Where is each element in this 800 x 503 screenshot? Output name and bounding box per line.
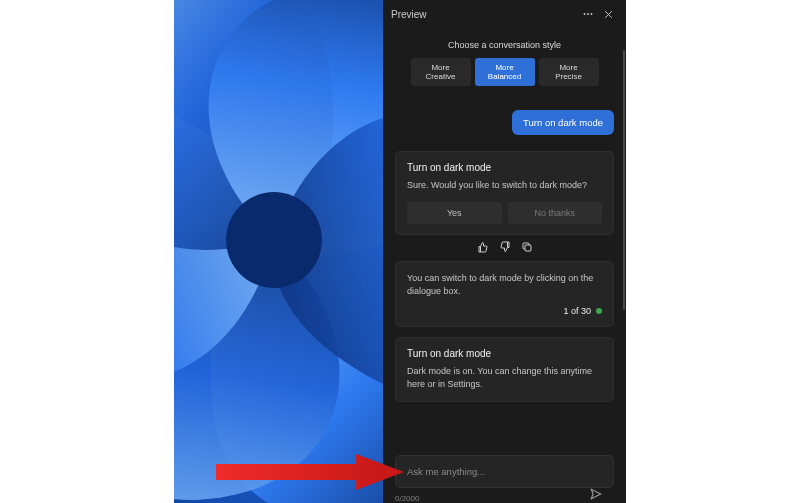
- assistant-card-result: Turn on dark mode Dark mode is on. You c…: [395, 337, 614, 402]
- style-option-creative[interactable]: More Creative: [411, 58, 471, 86]
- card-body: Dark mode is on. You can change this any…: [407, 365, 602, 391]
- assistant-card-confirm: Turn on dark mode Sure. Would you like t…: [395, 151, 614, 235]
- panel-title: Preview: [391, 9, 427, 20]
- style-option-balanced[interactable]: More Balanced: [475, 58, 535, 86]
- style-option-line1: More: [431, 63, 449, 72]
- style-option-line1: More: [495, 63, 513, 72]
- style-option-line2: Precise: [555, 72, 582, 81]
- chat-panel: Preview Choose a conversation style More…: [383, 0, 626, 503]
- status-dot-icon: [596, 308, 602, 314]
- feedback-row: [395, 241, 614, 253]
- confirm-no-button[interactable]: No thanks: [508, 202, 603, 224]
- ask-placeholder: Ask me anything...: [407, 466, 602, 477]
- svg-rect-5: [525, 245, 531, 251]
- style-picker: More Creative More Balanced More Precise: [395, 58, 614, 86]
- input-area: Ask me anything... 0/2000: [383, 445, 626, 503]
- card-body: You can switch to dark mode by clicking …: [407, 272, 602, 298]
- style-option-line1: More: [559, 63, 577, 72]
- card-title: Turn on dark mode: [407, 162, 602, 173]
- close-icon[interactable]: [598, 4, 618, 24]
- style-option-line2: Balanced: [488, 72, 521, 81]
- scrollbar-thumb[interactable]: [623, 50, 625, 310]
- char-counter: 0/2000: [395, 494, 614, 503]
- style-option-precise[interactable]: More Precise: [539, 58, 599, 86]
- panel-header: Preview: [383, 0, 626, 28]
- more-icon[interactable]: [578, 4, 598, 24]
- ask-input[interactable]: Ask me anything...: [395, 455, 614, 488]
- svg-point-2: [584, 13, 586, 15]
- thumbs-down-icon[interactable]: [499, 241, 511, 253]
- copy-icon[interactable]: [521, 241, 533, 253]
- card-body: Sure. Would you like to switch to dark m…: [407, 179, 602, 192]
- svg-point-4: [591, 13, 593, 15]
- send-icon[interactable]: [589, 487, 603, 501]
- style-option-line2: Creative: [426, 72, 456, 81]
- assistant-card-info: You can switch to dark mode by clicking …: [395, 261, 614, 327]
- desktop-wallpaper: [174, 0, 383, 503]
- style-caption: Choose a conversation style: [395, 40, 614, 50]
- turn-counter: 1 of 30: [563, 306, 591, 316]
- card-title: Turn on dark mode: [407, 348, 602, 359]
- confirm-yes-button[interactable]: Yes: [407, 202, 502, 224]
- svg-point-3: [587, 13, 589, 15]
- chat-scroll-area: Choose a conversation style More Creativ…: [383, 28, 626, 445]
- thumbs-up-icon[interactable]: [477, 241, 489, 253]
- svg-point-1: [226, 192, 322, 288]
- user-message-bubble: Turn on dark mode: [512, 110, 614, 135]
